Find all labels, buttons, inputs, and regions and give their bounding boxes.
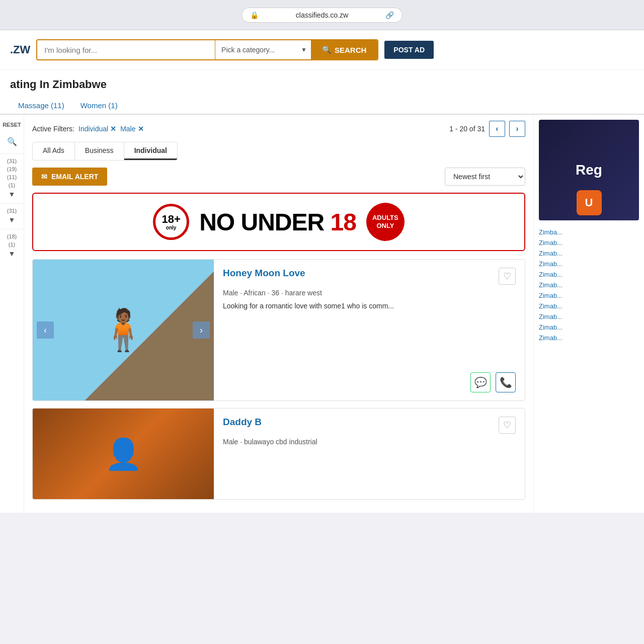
listing-image: 🧍🏾 bbox=[33, 260, 214, 400]
sidebar-logo: U bbox=[577, 190, 602, 215]
url-text: classifieds.co.zw bbox=[264, 11, 380, 19]
phone-button[interactable]: 📞 bbox=[496, 372, 516, 392]
filter-count-31b: (31) bbox=[7, 208, 17, 214]
page-info: 1 - 20 of 31 bbox=[449, 125, 485, 133]
listing-title-row-2: Daddy B ♡ bbox=[223, 417, 516, 434]
filter-group-1: (31) (19) (11) (1) ▼ bbox=[0, 153, 24, 198]
filter-group-2: (31) ▼ bbox=[0, 203, 24, 224]
location-item-0[interactable]: Zimba... bbox=[539, 227, 639, 237]
listing-actions: 💬 📞 bbox=[223, 367, 516, 392]
location-item-2[interactable]: Zimab... bbox=[539, 249, 639, 258]
listing-image-2: 👤 bbox=[33, 409, 214, 499]
listing-inner: 🧍🏾 ‹ › Honey Moon Love ♡ Male · African … bbox=[33, 260, 525, 400]
content-area: Active Filters: Individual ✕ Male ✕ 1 - … bbox=[24, 115, 533, 513]
prev-page-button[interactable]: ‹ bbox=[489, 121, 505, 137]
reset-button[interactable]: RESET bbox=[1, 120, 23, 130]
filter-tag-male: Male ✕ bbox=[120, 125, 143, 133]
tab-business[interactable]: Business bbox=[75, 142, 124, 160]
filter-count-19: (19) bbox=[7, 166, 17, 172]
search-button[interactable]: 🔍 SEARCH bbox=[311, 40, 377, 59]
filters-bar: Active Filters: Individual ✕ Male ✕ 1 - … bbox=[32, 121, 525, 137]
location-list: Zimba... Zimab... Zimab... Zimab... Zima… bbox=[539, 227, 639, 343]
filter-dropdown-3[interactable]: ▼ bbox=[9, 250, 16, 258]
listing-meta: Male · African · 36 · harare west bbox=[223, 289, 516, 297]
tab-individual[interactable]: Individual bbox=[124, 142, 177, 160]
whatsapp-button[interactable]: 💬 bbox=[470, 372, 491, 392]
category-wrapper: Pick a category... ▼ bbox=[215, 40, 311, 59]
filter-count-1a: (1) bbox=[9, 182, 15, 188]
location-item-9[interactable]: Zimab... bbox=[539, 323, 639, 332]
location-item-10[interactable]: Zimab... bbox=[539, 333, 639, 343]
site-header: .ZW Pick a category... ▼ 🔍 SEARCH POST A… bbox=[0, 30, 644, 70]
active-filters: Active Filters: Individual ✕ Male ✕ bbox=[32, 125, 144, 133]
next-page-button[interactable]: › bbox=[509, 121, 525, 137]
search-bar: Pick a category... ▼ 🔍 SEARCH bbox=[36, 39, 378, 60]
image-next-button[interactable]: › bbox=[193, 321, 210, 339]
site-logo: .ZW bbox=[10, 43, 30, 56]
chevron-down-icon: ▼ bbox=[301, 46, 307, 53]
filter-dropdown-2[interactable]: ▼ bbox=[9, 216, 16, 224]
listing-title-row: Honey Moon Love ♡ bbox=[223, 268, 516, 285]
sidebar-ad-text: Reg bbox=[576, 162, 602, 178]
main-layout: RESET 🔍 (31) (19) (11) (1) ▼ (31) ▼ (18)… bbox=[0, 115, 644, 513]
search-icon: 🔍 bbox=[322, 45, 332, 54]
lock-icon: 🔒 bbox=[250, 11, 259, 19]
listing-card: 👤 Daddy B ♡ Male · bulawayo cbd industri… bbox=[32, 408, 525, 500]
age-restriction-badge-right: ADULTS ONLY bbox=[366, 203, 405, 241]
listing-title[interactable]: Honey Moon Love bbox=[223, 268, 305, 279]
image-prev-button[interactable]: ‹ bbox=[37, 321, 54, 339]
remove-individual-filter[interactable]: ✕ bbox=[110, 125, 116, 133]
filter-dropdown-1[interactable]: ▼ bbox=[9, 190, 16, 198]
no-under-18-text: NO UNDER 18 bbox=[199, 208, 356, 236]
subcategory-tabs: Massage (11) Women (1) bbox=[0, 91, 644, 115]
adults-only-banner: 18+ only NO UNDER 18 ADULTS ONLY bbox=[32, 193, 525, 251]
18plus-text: 18+ bbox=[162, 214, 180, 225]
active-filters-label: Active Filters: bbox=[32, 125, 74, 133]
subcategory-tab-women[interactable]: Women (1) bbox=[72, 97, 126, 115]
location-item-8[interactable]: Zimab... bbox=[539, 312, 639, 321]
sidebar-ad-banner[interactable]: Reg U bbox=[539, 120, 639, 220]
listing-image-area-2: 👤 bbox=[33, 409, 214, 499]
sort-select[interactable]: Newest first Oldest first Price: Low to … bbox=[445, 168, 525, 186]
only-text: only bbox=[166, 225, 177, 230]
listing-title-2[interactable]: Daddy B bbox=[223, 417, 262, 428]
listing-meta-2: Male · bulawayo cbd industrial bbox=[223, 438, 516, 446]
listing-card: 🧍🏾 ‹ › Honey Moon Love ♡ Male · African … bbox=[32, 259, 525, 401]
right-sidebar: Reg U Zimba... Zimab... Zimab... Zimab..… bbox=[533, 115, 644, 513]
browser-chrome: 🔒 classifieds.co.zw 🔗 bbox=[0, 0, 644, 30]
favorite-button-2[interactable]: ♡ bbox=[499, 417, 516, 434]
page-title: ating In Zimbabwe bbox=[0, 70, 644, 91]
listing-inner-2: 👤 Daddy B ♡ Male · bulawayo cbd industri… bbox=[33, 409, 525, 499]
link-icon: 🔗 bbox=[385, 11, 394, 19]
location-item-4[interactable]: Zimab... bbox=[539, 270, 639, 279]
address-bar[interactable]: 🔒 classifieds.co.zw 🔗 bbox=[242, 8, 403, 23]
envelope-icon: ✉ bbox=[41, 173, 47, 181]
listing-image-area: 🧍🏾 ‹ › bbox=[33, 260, 214, 400]
tab-all-ads[interactable]: All Ads bbox=[33, 142, 75, 160]
favorite-button[interactable]: ♡ bbox=[499, 268, 516, 285]
pagination: 1 - 20 of 31 ‹ › bbox=[449, 121, 525, 137]
filter-count-11: (11) bbox=[7, 174, 17, 180]
filter-count-1b: (1) bbox=[9, 242, 15, 248]
left-sidebar: RESET 🔍 (31) (19) (11) (1) ▼ (31) ▼ (18)… bbox=[0, 115, 24, 513]
subcategory-tab-massage[interactable]: Massage (11) bbox=[10, 97, 72, 115]
age-restriction-badge-left: 18+ only bbox=[153, 204, 189, 240]
location-item-3[interactable]: Zimab... bbox=[539, 259, 639, 269]
category-select[interactable]: Pick a category... bbox=[215, 41, 301, 59]
listing-details-2: Daddy B ♡ Male · bulawayo cbd industrial bbox=[214, 409, 525, 499]
location-item-1[interactable]: Zimab... bbox=[539, 238, 639, 248]
location-item-6[interactable]: Zimab... bbox=[539, 291, 639, 300]
location-item-5[interactable]: Zimab... bbox=[539, 280, 639, 290]
listing-details: Honey Moon Love ♡ Male · African · 36 · … bbox=[214, 260, 525, 400]
location-item-7[interactable]: Zimab... bbox=[539, 301, 639, 311]
post-ad-button[interactable]: POST AD bbox=[384, 41, 434, 59]
filter-count-31: (31) bbox=[7, 158, 17, 164]
filter-tag-individual: Individual ✕ bbox=[78, 125, 116, 133]
filter-count-18: (18) bbox=[7, 233, 17, 239]
listing-description: Looking for a romantic love with some1 w… bbox=[223, 301, 516, 311]
email-alert-button[interactable]: ✉ EMAIL ALERT bbox=[32, 168, 107, 186]
remove-male-filter[interactable]: ✕ bbox=[138, 125, 144, 133]
search-input[interactable] bbox=[37, 40, 215, 59]
filter-group-3: (18) (1) ▼ bbox=[0, 229, 24, 258]
search-filter-icon[interactable]: 🔍 bbox=[5, 135, 19, 148]
